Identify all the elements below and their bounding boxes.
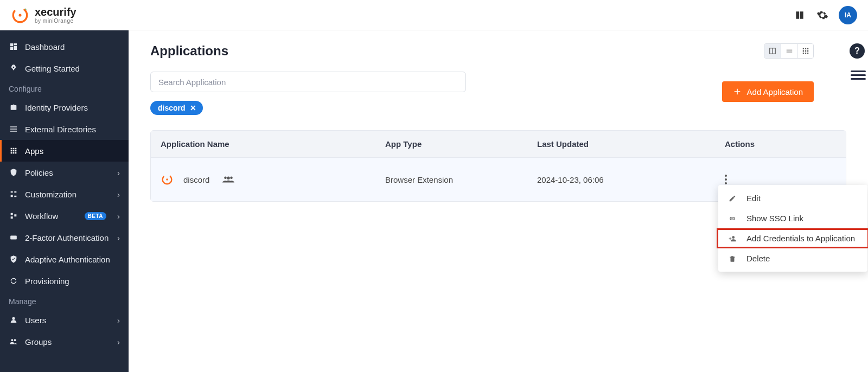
link-icon	[728, 214, 737, 223]
app-updated: 2024-10-23, 06:06	[537, 175, 725, 184]
sidebar-item-label: Provisioning	[25, 277, 69, 286]
sidebar-item-ext-dir[interactable]: External Directories	[0, 118, 129, 140]
view-list-button[interactable]	[781, 44, 797, 58]
sidebar-item-label: 2-Factor Authentication	[25, 233, 108, 242]
sidebar-section-manage: Manage	[0, 292, 129, 309]
sidebar-item-idp[interactable]: Identity Providers	[0, 97, 129, 118]
sidebar-item-2fa[interactable]: 2-Factor Authentication ›	[0, 227, 129, 248]
col-header-name: Application Name	[161, 139, 385, 149]
sidebar-item-provisioning[interactable]: Provisioning	[0, 270, 129, 292]
applications-table: Application Name App Type Last Updated A…	[150, 130, 846, 202]
brand[interactable]: xecurify by miniOrange	[11, 6, 76, 24]
main-content: Applications Add Application discord ✕ A…	[129, 30, 868, 372]
sidebar-item-label: Users	[25, 316, 46, 325]
sidebar-item-customization[interactable]: Customization ›	[0, 183, 129, 205]
sidebar-item-dashboard[interactable]: Dashboard	[0, 36, 129, 57]
brand-logo-icon	[11, 6, 29, 24]
flow-icon	[9, 211, 18, 221]
user-icon	[9, 315, 18, 325]
apps-icon	[9, 146, 18, 156]
puzzle-icon	[9, 189, 18, 199]
chevron-right-icon: ›	[117, 233, 120, 242]
list-icon	[9, 124, 18, 134]
filter-chip-label: discord	[158, 104, 186, 112]
sidebar-section-configure: Configure	[0, 79, 129, 97]
add-application-button[interactable]: Add Application	[722, 81, 814, 102]
svg-point-9	[725, 182, 727, 184]
svg-point-6	[166, 178, 168, 181]
group-icon	[222, 176, 234, 183]
briefcase-icon	[9, 102, 18, 112]
sidebar-item-label: External Directories	[25, 125, 96, 134]
dropdown-edit[interactable]: Edit	[718, 188, 867, 208]
plus-icon	[733, 87, 742, 96]
view-toggle	[764, 43, 814, 59]
dropdown-show-sso[interactable]: Show SSO Link	[718, 208, 867, 228]
beta-badge: BETA	[85, 212, 106, 220]
svg-rect-2	[10, 236, 17, 240]
sidebar-item-label: Workflow	[25, 211, 58, 221]
close-icon[interactable]: ✕	[190, 104, 196, 112]
search-input[interactable]	[150, 72, 466, 92]
help-button[interactable]: ?	[850, 43, 865, 59]
chevron-right-icon: ›	[117, 316, 120, 325]
sidebar: Dashboard Getting Started Configure Iden…	[0, 30, 129, 372]
view-grid-button[interactable]	[797, 44, 813, 58]
col-header-actions: Actions	[725, 139, 836, 149]
sidebar-item-label: Getting Started	[25, 64, 80, 73]
key-icon	[9, 233, 18, 242]
settings-icon[interactable]	[816, 9, 829, 22]
group-icon	[9, 337, 18, 347]
sidebar-item-label: Customization	[25, 190, 76, 199]
chevron-right-icon: ›	[117, 168, 120, 177]
sidebar-item-label: Groups	[25, 337, 52, 347]
kebab-icon	[725, 175, 727, 184]
filter-chip[interactable]: discord ✕	[150, 101, 203, 115]
dropdown-label: Add Credentials to Application	[746, 234, 855, 243]
sidebar-item-label: Policies	[25, 168, 53, 177]
chevron-right-icon: ›	[117, 190, 120, 199]
sidebar-item-label: Apps	[25, 146, 43, 156]
sidebar-item-apps[interactable]: Apps	[0, 140, 129, 162]
app-name: discord	[183, 175, 209, 184]
avatar[interactable]: IA	[839, 6, 857, 24]
col-header-type: App Type	[385, 139, 537, 149]
svg-point-8	[725, 178, 727, 181]
sync-icon	[9, 276, 18, 286]
chevron-right-icon: ›	[117, 211, 120, 221]
brand-name: xecurify	[35, 7, 76, 17]
shield-check-icon	[9, 254, 18, 264]
sidebar-item-label: Adaptive Authentication	[25, 255, 110, 264]
dropdown-label: Delete	[746, 254, 770, 263]
chevron-right-icon: ›	[117, 337, 120, 347]
person-add-icon	[728, 234, 737, 243]
panel-toggle-button[interactable]	[851, 68, 866, 82]
rocket-icon	[9, 63, 18, 73]
col-header-updated: Last Updated	[537, 139, 725, 149]
dropdown-delete[interactable]: Delete	[718, 248, 867, 268]
dropdown-label: Show SSO Link	[746, 214, 803, 223]
sidebar-item-getting-started[interactable]: Getting Started	[0, 57, 129, 79]
sidebar-item-users[interactable]: Users ›	[0, 309, 129, 331]
pencil-icon	[728, 194, 737, 203]
add-button-label: Add Application	[747, 87, 803, 97]
dropdown-add-credentials[interactable]: Add Credentials to Application	[717, 228, 868, 248]
view-card-button[interactable]	[764, 44, 781, 58]
docs-icon[interactable]	[793, 9, 806, 22]
dropdown-label: Edit	[746, 194, 761, 203]
app-type: Browser Extension	[385, 175, 537, 184]
row-actions-dropdown: Edit Show SSO Link Add Credentials to Ap…	[718, 185, 867, 272]
sidebar-item-label: Dashboard	[25, 42, 65, 52]
svg-point-1	[18, 14, 21, 16]
svg-point-7	[725, 175, 727, 177]
shield-icon	[9, 168, 18, 177]
dashboard-icon	[9, 42, 18, 52]
brand-sub: by miniOrange	[35, 18, 76, 24]
trash-icon	[728, 254, 737, 263]
sidebar-item-policies[interactable]: Policies ›	[0, 162, 129, 183]
sidebar-item-workflow[interactable]: Workflow BETA ›	[0, 205, 129, 227]
app-logo-icon	[161, 173, 174, 186]
sidebar-item-groups[interactable]: Groups ›	[0, 331, 129, 352]
page-title: Applications	[150, 43, 846, 59]
sidebar-item-adaptive[interactable]: Adaptive Authentication	[0, 248, 129, 270]
